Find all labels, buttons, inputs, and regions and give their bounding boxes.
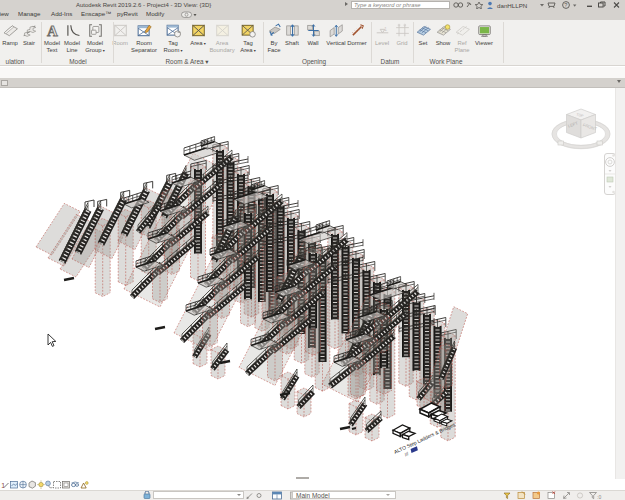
svg-text:1: 1: [1, 482, 5, 489]
svg-text::0: :0: [597, 494, 601, 500]
svg-text:///: ///: [404, 451, 410, 457]
